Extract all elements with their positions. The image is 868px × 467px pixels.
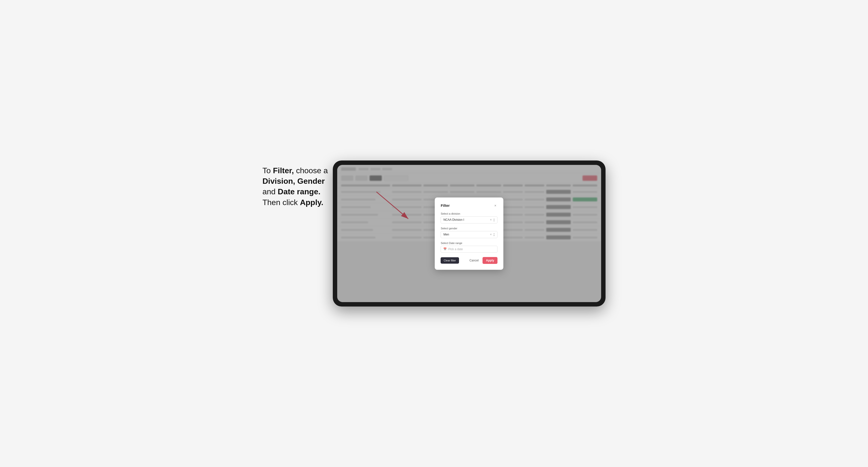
division-arrow-down: ▼ [493, 220, 495, 222]
date-form-group: Select Date range 📅 Pick a date [441, 242, 497, 253]
instruction-bold3: Date range. [278, 187, 320, 196]
calendar-icon: 📅 [443, 247, 447, 251]
apply-button[interactable]: Apply [483, 257, 497, 264]
division-controls: × ▲ ▼ [490, 218, 495, 222]
instruction-prefix: To [262, 166, 273, 175]
modal-close-button[interactable]: × [493, 204, 497, 208]
division-clear-icon[interactable]: × [490, 218, 492, 221]
page-wrapper: To Filter, choose a Division, Gender and… [262, 160, 606, 307]
gender-form-group: Select gender Men × ▲ ▼ [441, 227, 497, 238]
gender-arrow-up: ▲ [493, 233, 495, 235]
tablet-frame: Filter × Select a division NCAA Division… [333, 160, 606, 307]
filter-modal: Filter × Select a division NCAA Division… [435, 197, 503, 270]
clear-filter-button[interactable]: Clear filter [441, 257, 459, 263]
modal-overlay: Filter × Select a division NCAA Division… [337, 165, 601, 302]
tablet-screen: Filter × Select a division NCAA Division… [337, 165, 601, 302]
instruction-bold4: Apply. [300, 198, 323, 207]
instruction-bold2: Division, Gender [262, 177, 325, 185]
gender-controls: × ▲ ▼ [490, 233, 495, 237]
division-value: NCAA Division I [443, 218, 490, 221]
division-form-group: Select a division NCAA Division I × ▲ ▼ [441, 212, 497, 223]
modal-footer-right: Cancel Apply [468, 257, 498, 264]
gender-clear-icon[interactable]: × [490, 233, 492, 236]
division-select[interactable]: NCAA Division I × ▲ ▼ [441, 216, 497, 223]
gender-arrow-down: ▼ [493, 235, 495, 237]
division-label: Select a division [441, 212, 497, 215]
date-picker[interactable]: 📅 Pick a date [441, 246, 497, 253]
cancel-button[interactable]: Cancel [468, 257, 480, 264]
date-placeholder: Pick a date [448, 247, 463, 251]
gender-arrows: ▲ ▼ [493, 233, 495, 237]
date-label: Select Date range [441, 242, 497, 245]
modal-header: Filter × [441, 204, 497, 208]
division-arrow-up: ▲ [493, 218, 495, 220]
gender-label: Select gender [441, 227, 497, 230]
modal-title: Filter [441, 204, 450, 208]
instruction-and: and [262, 187, 278, 196]
division-arrows: ▲ ▼ [493, 218, 495, 222]
instruction-bold1: Filter, [273, 166, 294, 175]
instruction-middle: choose a [294, 166, 328, 175]
gender-value: Men [443, 233, 490, 236]
modal-footer: Clear filter Cancel Apply [441, 257, 497, 264]
gender-select[interactable]: Men × ▲ ▼ [441, 231, 497, 238]
instruction-then: Then click [262, 198, 300, 207]
instruction-text: To Filter, choose a Division, Gender and… [262, 160, 333, 208]
